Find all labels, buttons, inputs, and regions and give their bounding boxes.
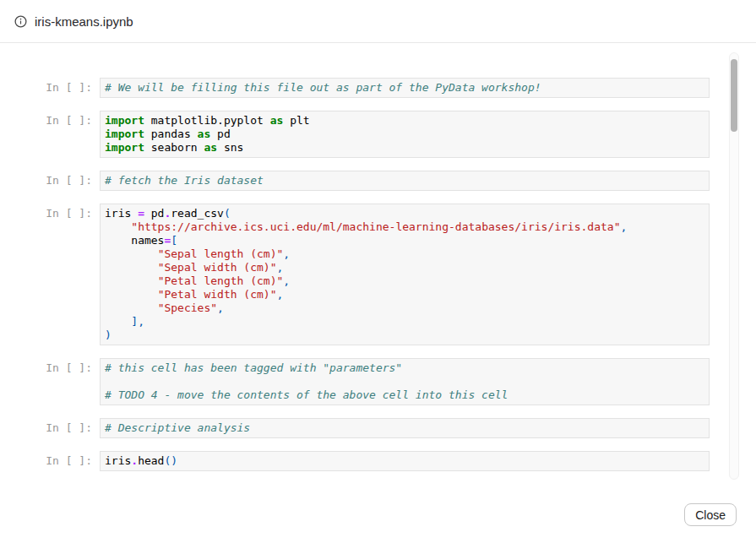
cell-prompt: In [ ]: [0,204,100,345]
file-title: iris-kmeans.ipynb [35,14,133,29]
cell-source: # Descriptive analysis [100,418,710,438]
cell-prompt: In [ ]: [0,451,100,471]
close-button[interactable]: Close [684,503,737,526]
notebook-cell: In [ ]:# fetch the Iris dataset [0,171,710,191]
notebook-cell: In [ ]:# We will be filling this file ou… [0,78,710,98]
cell-source: # this cell has been tagged with "parame… [100,358,710,405]
cell-source: iris = pd.read_csv( "https://archive.ics… [100,204,710,345]
modal-header: iris-kmeans.ipynb [0,0,756,43]
cell-source: import matplotlib.pyplot as plt import p… [100,111,710,158]
cell-prompt: In [ ]: [0,78,100,98]
notebook-cell: In [ ]:# Descriptive analysis [0,418,710,438]
cell-prompt: In [ ]: [0,418,100,438]
notebook-scrollbar-thumb[interactable] [731,59,737,132]
notebook-cell: In [ ]:# this cell has been tagged with … [0,358,710,405]
notebook-cell: In [ ]:iris.head() [0,451,710,471]
cell-source: # We will be filling this file out as pa… [100,78,710,98]
info-icon [14,15,27,28]
notebook-scrollbar-track[interactable] [729,52,739,480]
cell-prompt: In [ ]: [0,358,100,405]
cell-source: # fetch the Iris dataset [100,171,710,191]
notebook-preview: In [ ]:# We will be filling this file ou… [0,44,756,481]
cells: In [ ]:# We will be filling this file ou… [0,78,710,471]
cell-prompt: In [ ]: [0,171,100,191]
cell-source: iris.head() [100,451,710,471]
notebook-cell: In [ ]:import matplotlib.pyplot as plt i… [0,111,710,158]
cell-prompt: In [ ]: [0,111,100,158]
notebook-cell: In [ ]:iris = pd.read_csv( "https://arch… [0,204,710,345]
